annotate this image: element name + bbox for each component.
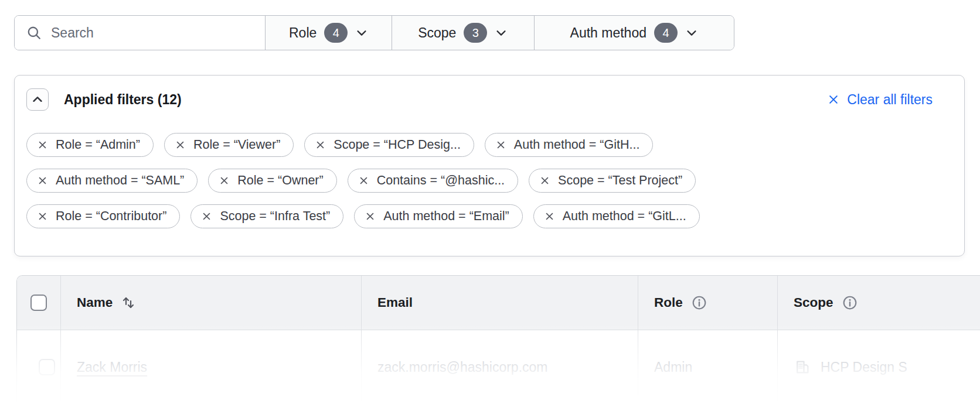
filter-pill-label: Auth method = “SAML” (56, 173, 184, 188)
scope-filter-dropdown[interactable]: Scope 3 (392, 16, 534, 50)
column-header-role-label: Role (654, 295, 683, 310)
remove-filter-icon[interactable] (219, 176, 229, 186)
filter-pill-label: Auth method = “Email” (383, 209, 509, 224)
filter-pill-label: Role = “Viewer” (193, 138, 280, 152)
user-email: zack.morris@hashicorp.com (377, 360, 547, 375)
remove-filter-icon[interactable] (175, 140, 185, 150)
auth-method-filter-dropdown[interactable]: Auth method 4 (534, 16, 734, 50)
filter-pill[interactable]: Auth method = “GitL... (533, 204, 700, 228)
applied-filters-panel: Applied filters (12) Clear all filters R… (14, 75, 965, 256)
users-table: Name Email Role Scope Zack Morris zack.m… (16, 275, 980, 404)
filter-pill-label: Scope = “Test Project” (558, 173, 682, 188)
remove-filter-icon[interactable] (38, 211, 47, 221)
remove-filter-icon[interactable] (202, 211, 212, 221)
filter-pill-label: Role = “Contributor” (56, 209, 166, 224)
role-filter-label: Role (289, 25, 317, 41)
filter-pill[interactable]: Auth method = “SAML” (26, 169, 198, 193)
user-name-link[interactable]: Zack Morris (77, 360, 147, 375)
row-name-cell: Zack Morris (60, 330, 361, 404)
filter-pill[interactable]: Scope = “HCP Desig... (304, 133, 474, 157)
remove-filter-icon[interactable] (545, 211, 554, 221)
chevron-down-icon (495, 26, 508, 39)
column-header-scope: Scope (777, 276, 980, 330)
role-filter-dropdown[interactable]: Role 4 (265, 16, 392, 50)
remove-filter-icon[interactable] (365, 211, 375, 221)
clear-x-icon (828, 94, 839, 105)
remove-filter-icon[interactable] (496, 140, 506, 150)
clear-all-filters-label: Clear all filters (847, 92, 933, 108)
chevron-up-icon (31, 93, 44, 106)
remove-filter-icon[interactable] (38, 176, 47, 186)
info-icon[interactable] (692, 295, 707, 310)
row-scope-cell: HCP Design S (777, 330, 980, 404)
column-header-email: Email (361, 276, 638, 330)
user-role: Admin (654, 360, 692, 375)
remove-filter-icon[interactable] (540, 176, 550, 186)
applied-filters-header: Applied filters (12) Clear all filters (15, 76, 964, 111)
filter-pill[interactable]: Role = “Admin” (26, 133, 154, 157)
column-header-name-label: Name (77, 295, 113, 310)
remove-filter-icon[interactable] (38, 140, 47, 150)
filter-pill[interactable]: Role = “Viewer” (164, 133, 294, 157)
filter-pill-label: Role = “Admin” (56, 138, 140, 152)
header-checkbox-cell (17, 276, 60, 330)
column-header-name: Name (60, 276, 361, 330)
filter-toolbar: Role 4 Scope 3 Auth method 4 (14, 15, 734, 50)
sort-icon[interactable] (121, 295, 135, 310)
applied-filters-title: Applied filters (12) (64, 92, 182, 108)
column-header-scope-label: Scope (794, 295, 833, 310)
scope-filter-label: Scope (418, 25, 456, 41)
org-icon (794, 358, 811, 376)
row-email-cell: zack.morris@hashicorp.com (361, 330, 638, 404)
search-box[interactable] (15, 16, 265, 50)
scope-filter-count-badge: 3 (464, 23, 487, 43)
role-filter-count-badge: 4 (324, 23, 348, 43)
select-all-checkbox[interactable] (30, 295, 47, 311)
table-row: Zack Morris zack.morris@hashicorp.com Ad… (17, 330, 980, 404)
filter-pill[interactable]: Auth method = “Email” (354, 204, 523, 228)
clear-all-filters-link[interactable]: Clear all filters (828, 92, 933, 108)
filter-pill-label: Auth method = “GitL... (563, 209, 686, 224)
row-checkbox-cell (17, 330, 60, 404)
filter-pill[interactable]: Role = “Owner” (208, 169, 336, 193)
filter-pill[interactable]: Scope = “Infra Test” (190, 204, 343, 228)
search-icon (26, 25, 42, 40)
search-input[interactable] (51, 25, 265, 41)
auth-method-filter-label: Auth method (570, 25, 646, 41)
column-header-email-label: Email (377, 295, 413, 310)
chevron-down-icon (355, 26, 368, 39)
remove-filter-icon[interactable] (359, 176, 369, 186)
filter-pill[interactable]: Role = “Contributor” (26, 204, 180, 228)
row-checkbox[interactable] (39, 359, 55, 375)
column-header-role: Role (638, 276, 777, 330)
auth-method-filter-count-badge: 4 (654, 23, 678, 43)
filter-pill-label: Scope = “HCP Desig... (334, 138, 461, 152)
row-role-cell: Admin (638, 330, 777, 404)
filter-pill[interactable]: Scope = “Test Project” (529, 169, 696, 193)
filter-pill[interactable]: Contains = “@hashic... (348, 169, 518, 193)
collapse-filters-button[interactable] (26, 88, 49, 111)
filter-pill-label: Role = “Owner” (237, 173, 323, 188)
table-header-row: Name Email Role Scope (17, 276, 980, 330)
info-icon[interactable] (842, 295, 858, 310)
remove-filter-icon[interactable] (315, 140, 325, 150)
user-scope: HCP Design S (821, 360, 907, 375)
filter-pill-label: Auth method = “GitH... (514, 138, 640, 152)
filter-pill-label: Contains = “@hashic... (377, 173, 505, 188)
filter-pill[interactable]: Auth method = “GitH... (485, 133, 654, 157)
filter-pills-area: Role = “Admin” Role = “Viewer” Scope = “… (15, 133, 964, 228)
filter-pill-label: Scope = “Infra Test” (220, 209, 330, 224)
chevron-down-icon (685, 26, 698, 39)
